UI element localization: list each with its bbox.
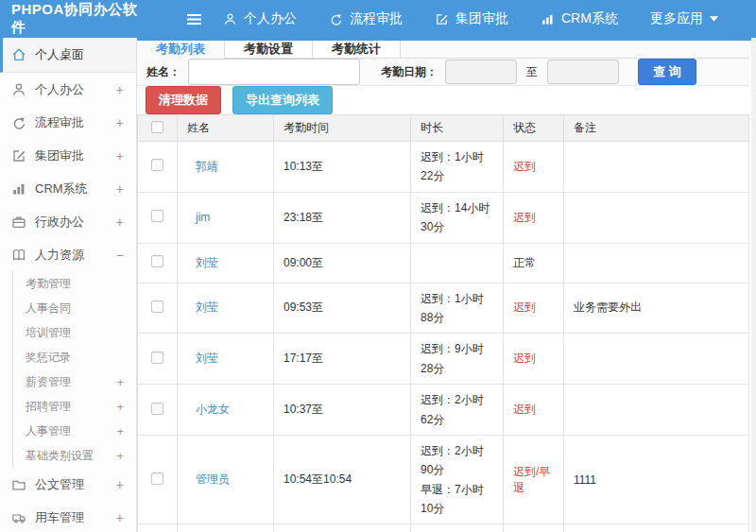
- employee-name-link[interactable]: 刘莹: [196, 300, 218, 314]
- tab-attendance-list[interactable]: 考勤列表: [137, 41, 225, 59]
- sidebar-subitem-base-category-settings[interactable]: 基础类别设置 +: [13, 443, 136, 468]
- sidebar-item-workflow-approval[interactable]: 流程审批 +: [0, 106, 136, 139]
- row-checkbox[interactable]: [151, 159, 163, 171]
- sidebar-item-crm-system[interactable]: CRM系统 +: [0, 172, 136, 205]
- status-badge: 迟到: [513, 211, 536, 224]
- expand-icon[interactable]: +: [116, 477, 124, 492]
- late-duration: 迟到：14小时30分: [421, 198, 493, 237]
- note-cell: [564, 334, 749, 385]
- nav-workflow-approval[interactable]: 流程审批: [329, 10, 403, 27]
- table-row: 小龙女 10:37至 迟到：2小时62分 迟到: [138, 385, 749, 436]
- column-header-duration: 时长: [411, 115, 504, 142]
- sidebar-item-document-management[interactable]: 公文管理 +: [0, 468, 136, 501]
- attendance-table: 姓名 考勤时间 时长 状态 备注 郭靖 10:13至 迟到：1小时22分 迟到: [137, 114, 749, 532]
- employee-name-link[interactable]: 刘莹: [196, 352, 218, 365]
- tab-attendance-statistics[interactable]: 考勤统计: [313, 41, 401, 58]
- row-checkbox[interactable]: [151, 210, 163, 222]
- expand-icon[interactable]: +: [116, 82, 124, 97]
- sidebar-item-label: 用车管理: [35, 509, 116, 526]
- expand-icon[interactable]: +: [116, 148, 124, 163]
- expand-icon[interactable]: +: [116, 181, 124, 197]
- sidebar-subitem-label: 人事合同: [26, 300, 124, 317]
- row-checkbox[interactable]: [151, 352, 163, 364]
- select-all-checkbox[interactable]: [151, 121, 163, 133]
- sidebar-item-human-resources[interactable]: 人力资源 −: [0, 238, 136, 271]
- date-from-input[interactable]: [445, 60, 517, 84]
- search-button[interactable]: 查 询: [638, 59, 696, 85]
- collapse-icon[interactable]: −: [116, 248, 124, 263]
- name-input[interactable]: [188, 59, 360, 85]
- sidebar-subitem-label: 培训管理: [26, 325, 124, 341]
- table-header-row: 姓名 考勤时间 时长 状态 备注: [138, 115, 749, 142]
- sidebar-item-vehicle-management[interactable]: 用车管理 +: [0, 501, 136, 532]
- nav-label: 更多应用: [650, 10, 703, 27]
- hr-submenu: 考勤管理 人事合同 培训管理 奖惩记录 薪资管理 + 招聘管理 + 人事管理 +: [12, 271, 136, 468]
- nav-label: CRM系统: [561, 10, 618, 27]
- bar-chart-icon: [11, 181, 26, 197]
- expand-icon[interactable]: +: [116, 375, 124, 389]
- sidebar-item-group-approval[interactable]: 集团审批 +: [0, 139, 136, 172]
- table-row: 刘莹 17:17至 迟到：9小时28分 迟到: [138, 334, 749, 385]
- note-cell: [564, 192, 749, 243]
- employee-name-link[interactable]: 管理员: [196, 472, 230, 486]
- employee-name-link[interactable]: jim: [196, 211, 210, 224]
- sidebar-item-personal-office[interactable]: 个人办公 +: [0, 73, 136, 106]
- sidebar-subitem-recruitment-management[interactable]: 招聘管理 +: [13, 394, 136, 419]
- status-badge: 迟到: [513, 160, 536, 173]
- attendance-time: 23:18至: [274, 192, 411, 243]
- sidebar-item-label: 集团审批: [35, 147, 116, 164]
- sidebar-item-label: 公文管理: [35, 476, 116, 493]
- table-row: jim 23:18至 迟到：14小时30分 迟到: [138, 192, 749, 243]
- sidebar-subitem-training-management[interactable]: 培训管理: [13, 320, 136, 345]
- home-icon: [11, 47, 26, 62]
- table-row: 管理员 10:54至10:54 迟到：2小时90分 早退：7小时10分 迟到/早…: [138, 435, 749, 524]
- sidebar-item-personal-desktop[interactable]: 个人桌面: [0, 38, 136, 73]
- attendance-time: 10:54至10:54: [274, 435, 411, 524]
- row-checkbox[interactable]: [151, 472, 163, 485]
- nav-label: 集团审批: [455, 10, 508, 27]
- attendance-time: 17:17至: [274, 334, 411, 385]
- row-checkbox[interactable]: [151, 403, 163, 415]
- attendance-time: 09:00至: [274, 243, 411, 283]
- sidebar-subitem-label: 招聘管理: [26, 399, 116, 415]
- row-checkbox[interactable]: [151, 255, 163, 267]
- status-badge: 迟到: [513, 352, 536, 365]
- clean-data-button[interactable]: 清理数据: [146, 86, 221, 114]
- early-leave-duration: 早退：7小时10分: [421, 480, 493, 519]
- expand-icon[interactable]: +: [116, 115, 124, 130]
- sidebar-subitem-attendance-management[interactable]: 考勤管理: [13, 271, 136, 296]
- expand-icon[interactable]: +: [116, 400, 124, 414]
- nav-crm-system[interactable]: CRM系统: [541, 10, 618, 27]
- tab-attendance-settings[interactable]: 考勤设置: [225, 41, 313, 58]
- late-duration: 迟到：9小时28分: [421, 339, 493, 378]
- caret-down-icon: [710, 16, 718, 22]
- row-checkbox[interactable]: [151, 300, 163, 313]
- sidebar-subitem-salary-management[interactable]: 薪资管理 +: [13, 369, 136, 394]
- nav-group-approval[interactable]: 集团审批: [435, 10, 508, 27]
- attendance-date-label: 考勤日期：: [381, 64, 438, 80]
- employee-name-link[interactable]: 小龙女: [196, 403, 230, 416]
- sidebar-item-label: 人力资源: [35, 247, 116, 264]
- main-content: 考勤列表 考勤设置 考勤统计 姓名： 考勤日期： 至 查 询 清理数据 导出查询…: [137, 38, 756, 532]
- expand-icon[interactable]: +: [116, 215, 124, 230]
- expand-icon[interactable]: +: [116, 510, 124, 525]
- nav-personal-office[interactable]: 个人办公: [223, 10, 297, 27]
- status-badge: 迟到: [513, 300, 536, 314]
- to-label: 至: [526, 64, 538, 80]
- sidebar-subitem-reward-punishment[interactable]: 奖惩记录: [13, 345, 136, 369]
- expand-icon[interactable]: +: [116, 449, 124, 463]
- sidebar-subitem-personnel-management[interactable]: 人事管理 +: [13, 419, 136, 443]
- nav-more-apps[interactable]: 更多应用: [650, 10, 718, 27]
- table-row: 郭靖 10:13至 迟到：1小时22分 迟到: [138, 142, 749, 193]
- date-to-input[interactable]: [547, 60, 619, 84]
- employee-name-link[interactable]: 刘莹: [196, 256, 218, 269]
- expand-icon[interactable]: +: [116, 424, 124, 438]
- vertical-scrollbar[interactable]: [751, 38, 756, 532]
- sidebar-subitem-hr-contract[interactable]: 人事合同: [13, 296, 136, 320]
- attendance-time: 08:56至: [274, 524, 411, 532]
- sidebar-item-admin-office[interactable]: 行政办公 +: [0, 205, 136, 238]
- edit-icon: [11, 148, 26, 163]
- sidebar-toggle-button[interactable]: [181, 13, 206, 26]
- export-list-button[interactable]: 导出查询列表: [232, 86, 333, 114]
- employee-name-link[interactable]: 郭靖: [196, 160, 218, 173]
